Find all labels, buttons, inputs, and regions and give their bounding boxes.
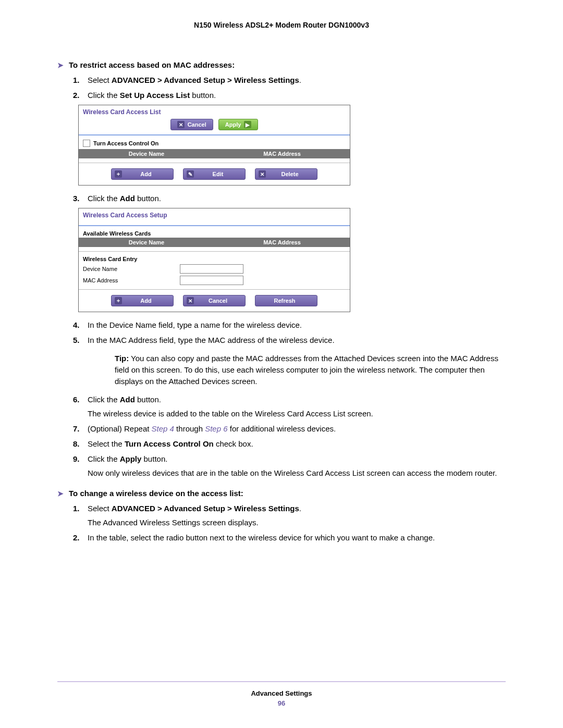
step-text: Select the — [88, 439, 125, 448]
procedure-heading-restrict: ➤ To restrict access based on MAC addres… — [57, 60, 506, 69]
step-text: Click the — [88, 395, 120, 404]
tip-block: Tip: You can also copy and paste the MAC… — [115, 353, 506, 387]
step-text: In the table, select the radio button ne… — [88, 533, 435, 542]
step-bold: Turn Access Control On — [125, 439, 214, 448]
button-label: Add — [125, 298, 167, 304]
step-text: (Optional) Repeat — [88, 424, 152, 433]
step-8: 8. Select the Turn Access Control On che… — [73, 438, 506, 449]
x-icon: ✕ — [177, 121, 185, 128]
step-number: 6. — [73, 394, 80, 405]
pencil-icon: ✎ — [187, 170, 194, 178]
column-mac-address: MAC Address — [214, 149, 350, 158]
step-text: Click the — [88, 91, 120, 100]
panel-title: Wireless Card Access List — [79, 105, 350, 116]
step-1-change: 1. Select ADVANCED > Advanced Setup > Wi… — [73, 503, 506, 528]
step-text-post: button. — [141, 454, 167, 463]
step-number: 7. — [73, 423, 80, 434]
button-label: Refresh — [259, 298, 311, 304]
x-icon: ✕ — [187, 297, 194, 304]
delete-button[interactable]: ✕ Delete — [255, 168, 317, 180]
step-1: 1. Select ADVANCED > Advanced Setup > Wi… — [73, 75, 506, 85]
step-text: Select — [88, 504, 112, 513]
play-icon: ▶ — [244, 121, 251, 128]
bullet-arrow-icon: ➤ — [57, 489, 64, 498]
step-bold: ADVANCED > Advanced Setup > Wireless Set… — [112, 76, 299, 84]
step-6: 6. Click the Add button. The wireless de… — [73, 394, 506, 419]
step-text: In the MAC Address field, type the MAC a… — [88, 336, 335, 344]
procedure-heading-text: To change a wireless device on the acces… — [69, 489, 243, 498]
column-mac-address: MAC Address — [214, 238, 350, 247]
bullet-arrow-icon: ➤ — [57, 61, 64, 69]
step-sub: Now only wireless devices that are in th… — [88, 467, 506, 478]
device-name-label: Device Name — [83, 266, 172, 272]
column-device-name: Device Name — [79, 238, 214, 247]
apply-button[interactable]: Apply ▶ — [218, 119, 259, 130]
cancel-button[interactable]: ✕ Cancel — [183, 295, 246, 306]
footer-section: Advanced Settings — [57, 689, 506, 697]
mac-address-label: MAC Address — [83, 277, 172, 283]
button-label: Cancel — [188, 121, 206, 128]
step-reference: Step 4 — [152, 424, 174, 433]
column-device-name: Device Name — [79, 149, 214, 158]
step-number: 3. — [73, 193, 80, 204]
add-button[interactable]: ＋ Add — [111, 168, 174, 180]
table-header: Device Name MAC Address — [79, 149, 350, 158]
step-bold: Add — [120, 395, 135, 404]
edit-button[interactable]: ✎ Edit — [183, 168, 246, 180]
step-text: In the Device Name field, type a name fo… — [88, 320, 302, 329]
document-title: N150 Wireless ADSL2+ Modem Router DGN100… — [57, 21, 506, 29]
step-text-post: button. — [135, 395, 161, 404]
page-number: 96 — [57, 699, 506, 707]
step-text-post: button. — [135, 194, 161, 203]
button-label: Delete — [269, 171, 311, 177]
tip-text: You can also copy and paste the MAC addr… — [115, 354, 498, 386]
button-label: Add — [125, 171, 167, 177]
step-number: 4. — [73, 319, 80, 330]
step-bold: Add — [120, 194, 135, 203]
tip-label: Tip: — [115, 354, 129, 363]
step-4: 4. In the Device Name field, type a name… — [73, 319, 506, 330]
step-sub: The Advanced Wireless Settings screen di… — [88, 517, 506, 528]
mac-address-input[interactable] — [180, 276, 243, 285]
step-5: 5. In the MAC Address field, type the MA… — [73, 335, 506, 387]
step-2-change: 2. In the table, select the radio button… — [73, 532, 506, 543]
turn-access-control-on-checkbox[interactable] — [83, 140, 90, 147]
step-text-post: check box. — [214, 439, 253, 448]
refresh-button[interactable]: Refresh — [255, 295, 317, 306]
step-reference: Step 6 — [205, 424, 227, 433]
cancel-button[interactable]: ✕ Cancel — [170, 119, 213, 130]
step-7: 7. (Optional) Repeat Step 4 through Step… — [73, 423, 506, 434]
screenshot-access-list: Wireless Card Access List ✕ Cancel Apply… — [78, 105, 350, 186]
procedure-heading-change: ➤ To change a wireless device on the acc… — [57, 489, 506, 498]
add-button[interactable]: ＋ Add — [111, 295, 174, 306]
screenshot-access-setup: Wireless Card Access Setup Available Wir… — [78, 208, 350, 312]
plus-icon: ＋ — [115, 170, 122, 178]
step-sub: The wireless device is added to the tabl… — [88, 408, 506, 419]
step-text: through — [174, 424, 205, 433]
button-label: Apply — [225, 121, 241, 128]
step-number: 8. — [73, 438, 80, 449]
step-bold: ADVANCED > Advanced Setup > Wireless Set… — [112, 504, 299, 513]
step-text: Select — [88, 76, 112, 84]
device-name-input[interactable] — [180, 264, 243, 274]
button-label: Edit — [197, 171, 239, 177]
step-number: 2. — [73, 532, 80, 543]
page-footer: Advanced Settings 96 — [57, 681, 506, 707]
step-9: 9. Click the Apply button. Now only wire… — [73, 453, 506, 478]
table-header: Device Name MAC Address — [79, 238, 350, 247]
step-number: 5. — [73, 335, 80, 346]
wireless-card-entry-label: Wireless Card Entry — [79, 253, 350, 263]
step-text-post: button. — [190, 91, 216, 100]
step-number: 1. — [73, 503, 80, 514]
step-text: Click the — [88, 454, 120, 463]
step-text-post: . — [299, 504, 301, 513]
step-text: Click the — [88, 194, 120, 203]
checkbox-label: Turn Access Control On — [93, 140, 158, 146]
step-number: 9. — [73, 453, 80, 464]
step-3: 3. Click the Add button. — [73, 193, 506, 204]
step-bold: Apply — [120, 454, 142, 463]
step-text-post: . — [299, 76, 301, 84]
available-wireless-cards-label: Available Wireless Cards — [79, 227, 350, 238]
step-2: 2. Click the Set Up Access List button. — [73, 90, 506, 101]
plus-icon: ＋ — [115, 297, 122, 304]
